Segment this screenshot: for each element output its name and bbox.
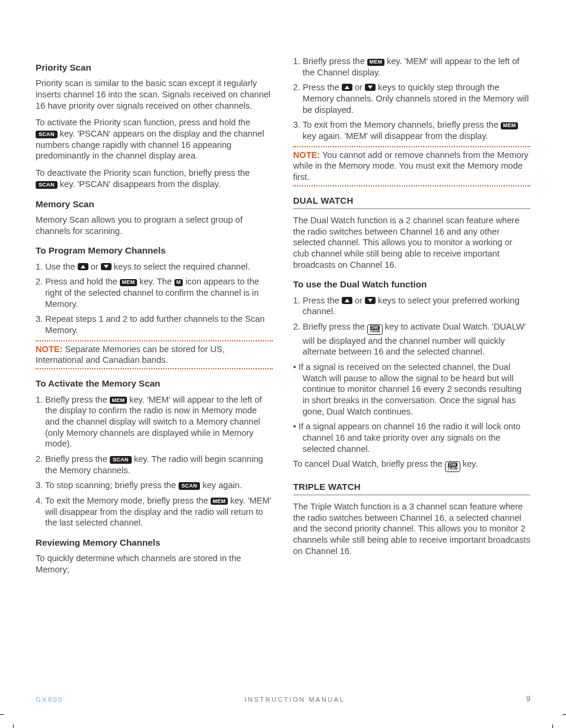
svg-marker-0	[81, 265, 85, 268]
body-text: To deactivate the Priority scan function…	[36, 167, 273, 189]
dotted-rule	[36, 368, 273, 369]
text-span: 1. Use the	[36, 262, 78, 271]
heading-reviewing-memory: Reviewing Memory Channels	[36, 537, 273, 548]
svg-marker-5	[368, 299, 373, 302]
text-span: 3. To stop scanning; briefly press the	[36, 480, 179, 490]
footer-page-number: 9	[526, 694, 530, 703]
down-arrow-icon	[101, 263, 112, 270]
text-span: 1. Briefly press the	[293, 56, 367, 66]
body-text: The Triple Watch function is a 3 channel…	[293, 501, 530, 556]
step-item: 1. Use the or keys to select the require…	[36, 261, 273, 273]
up-arrow-icon	[78, 263, 88, 270]
triw-label: TRIW	[447, 467, 458, 471]
body-text: To activate the Priority scan function, …	[36, 117, 273, 162]
note-block: NOTE: You cannot add or remove channels …	[293, 146, 530, 186]
step-item: 3. To stop scanning; briefly press the S…	[36, 480, 273, 491]
step-item: 1. Press the or keys to select your pref…	[293, 295, 530, 317]
dw-triw-key-icon: DWTRIW	[367, 324, 383, 335]
mem-key-icon: MEM	[120, 279, 137, 286]
bullet-item: • If a signal is received on the selecte…	[293, 362, 530, 417]
note-label: NOTE:	[293, 150, 320, 160]
section-rule	[293, 208, 530, 209]
text-span: To cancel Dual Watch, briefly press the	[293, 459, 445, 469]
text-span: key again.	[200, 480, 242, 490]
text-span: 2. Briefly press the	[36, 454, 110, 464]
heading-dual-watch: DUAL WATCH	[293, 195, 530, 206]
text-span: keys to select the required channel.	[112, 262, 250, 271]
up-arrow-icon	[342, 297, 352, 304]
heading-program-memory: To Program Memory Channels	[36, 245, 273, 256]
step-item: 2. Briefly press the DWTRIW key to activ…	[293, 321, 530, 357]
bullet-item: • If a signal appears on channel 16 the …	[293, 421, 530, 454]
crop-mark-icon	[0, 699, 28, 728]
text-span: 1. Press the	[293, 296, 342, 305]
body-text: The Dual Watch function is a 2 channel s…	[293, 215, 530, 270]
heading-use-dual-watch: To use the Dual Watch function	[293, 278, 530, 290]
mem-key-icon: MEM	[110, 397, 127, 404]
steps-list: 1. Briefly press the MEM key. 'MEM' will…	[36, 394, 273, 528]
bullet-list: • If a signal is received on the selecte…	[293, 362, 530, 454]
body-text: Priority scan is similar to the basic sc…	[36, 78, 273, 111]
text-span: or	[352, 296, 365, 305]
svg-marker-4	[345, 299, 349, 302]
scan-key-icon: SCAN	[179, 482, 201, 490]
text-span: key. 'PSCAN' disappears from the display…	[58, 179, 221, 189]
crop-mark-icon	[538, 699, 566, 728]
steps-list: 1. Briefly press the MEM key. 'MEM' will…	[293, 56, 530, 142]
columns: Priority Scan Priority scan is similar t…	[36, 53, 530, 581]
text-span: key. 'PSCAN' appears on the display and …	[36, 129, 264, 160]
heading-activate-memory-scan: To Activate the Memory Scan	[36, 378, 273, 389]
step-item: 4. To exit the Memory mode, briefly pres…	[36, 495, 273, 528]
text-span: 3. To exit from the Memory channels, bri…	[293, 120, 501, 129]
text-span: 4. To exit the Memory mode, briefly pres…	[36, 496, 211, 505]
dotted-rule	[293, 185, 530, 186]
heading-priority-scan: Priority Scan	[36, 62, 273, 73]
step-item: 1. Briefly press the MEM key. 'MEM' will…	[293, 56, 530, 78]
text-span: or	[352, 83, 365, 92]
section-rule	[293, 495, 530, 495]
left-column: Priority Scan Priority scan is similar t…	[36, 53, 273, 581]
step-item: 2. Briefly press the SCAN key. The radio…	[36, 454, 273, 476]
page-footer: GX800 INSTRUCTION MANUAL 9	[36, 694, 530, 703]
text-span: 2. Press the	[293, 83, 342, 92]
step-item: 1. Briefly press the MEM key. 'MEM' will…	[36, 394, 273, 450]
text-span: or	[88, 262, 101, 271]
note-block: NOTE: Separate Memories can be stored fo…	[36, 340, 273, 369]
m-indicator-icon: M	[174, 279, 183, 286]
page: Priority Scan Priority scan is similar t…	[0, 0, 566, 728]
body-text: Memory Scan allows you to program a sele…	[36, 214, 273, 236]
body-text: To quickly determine which channels are …	[36, 553, 273, 575]
heading-memory-scan: Memory Scan	[36, 198, 273, 210]
footer-model: GX800	[36, 696, 63, 703]
steps-list: 1. Press the or keys to select your pref…	[293, 295, 530, 357]
up-arrow-icon	[342, 84, 352, 91]
text-span: To activate the Priority scan function, …	[36, 118, 250, 127]
text-span: 1. Briefly press the	[36, 395, 110, 404]
triw-label: TRIW	[370, 330, 380, 334]
footer-title: INSTRUCTION MANUAL	[63, 696, 526, 703]
note-text: NOTE: You cannot add or remove channels …	[293, 150, 530, 183]
mem-key-icon: MEM	[501, 122, 518, 129]
text-span: key again. 'MEM' will disappear from the…	[303, 131, 488, 141]
step-item: 2. Press the or keys to quickly step thr…	[293, 82, 530, 115]
down-arrow-icon	[365, 297, 376, 304]
text-span: You cannot add or remove channels from t…	[293, 150, 529, 182]
step-item: 3. Repeat steps 1 and 2 to add further c…	[36, 314, 273, 335]
step-item: 2. Press and hold the MEM key. The M ico…	[36, 276, 273, 309]
scan-key-icon: SCAN	[36, 131, 58, 138]
scan-key-icon: SCAN	[110, 456, 132, 464]
text-span: 2. Briefly press the	[293, 322, 367, 331]
mem-key-icon: MEM	[367, 59, 384, 66]
dotted-rule	[36, 340, 273, 341]
text-span: key.	[460, 459, 478, 469]
note-text: NOTE: Separate Memories can be stored fo…	[36, 344, 273, 366]
scan-key-icon: SCAN	[36, 181, 58, 189]
steps-list: 1. Use the or keys to select the require…	[36, 261, 273, 336]
down-arrow-icon	[365, 84, 376, 91]
svg-marker-2	[345, 86, 349, 89]
step-item: 3. To exit from the Memory channels, bri…	[293, 119, 530, 141]
svg-marker-3	[368, 86, 373, 89]
text-span: key. The	[137, 277, 174, 286]
mem-key-icon: MEM	[211, 498, 228, 505]
right-column: 1. Briefly press the MEM key. 'MEM' will…	[293, 53, 530, 581]
